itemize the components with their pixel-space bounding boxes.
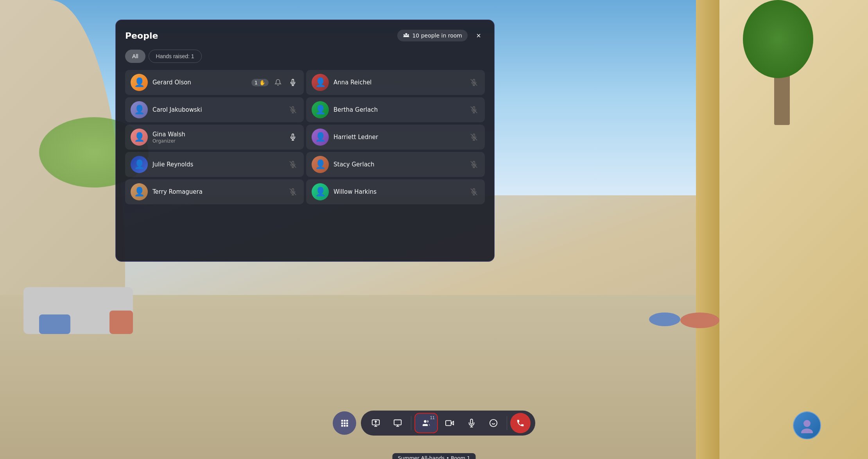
person-info-carol: Carol Jakubowski (152, 106, 283, 113)
person-row[interactable]: 👤 Harriett Ledner (306, 125, 485, 150)
hand-count: 1 (255, 80, 258, 86)
avatar-face-bertha: 👤 (315, 105, 326, 114)
person-name-willow: Willow Harkins (334, 188, 464, 195)
person-row[interactable]: 👤 Julie Reynolds (125, 152, 304, 177)
share-button[interactable] (366, 413, 386, 433)
hand-badge-gerard: 1 ✋ (251, 79, 269, 86)
svg-rect-31 (341, 422, 343, 424)
svg-point-47 (801, 429, 813, 433)
avatar-gerard: 👤 (131, 74, 148, 91)
svg-rect-32 (344, 422, 346, 424)
person-name-gina: Gina Walsh (152, 131, 283, 138)
mic-icon-gerard (287, 77, 298, 88)
mic-icon-harriett (468, 132, 479, 143)
cushion1 (109, 311, 133, 334)
camera-button[interactable] (439, 413, 460, 433)
person-icons-anna (468, 77, 479, 88)
apps-button[interactable] (333, 411, 356, 435)
svg-point-46 (803, 420, 811, 427)
svg-rect-34 (341, 425, 343, 427)
hand-emoji: ✋ (259, 80, 265, 86)
person-info-gerard: Gerard Olson (152, 79, 247, 86)
tab-hands-raised[interactable]: Hands raised: 1 (149, 50, 202, 63)
right-pillar (696, 0, 719, 459)
panel-header-right: 10 people in room × (397, 29, 485, 42)
avatar-face-julie: 👤 (134, 160, 145, 169)
person-row[interactable]: 👤 Willow Harkins (306, 179, 485, 204)
avatar-face-willow: 👤 (315, 188, 326, 196)
close-button[interactable]: × (472, 29, 485, 42)
avatar-harriett: 👤 (312, 129, 329, 146)
person-icons-stacy (468, 159, 479, 170)
tree-top (743, 0, 813, 78)
person-name-bertha: Bertha Gerlach (334, 106, 464, 113)
avatar-face-stacy: 👤 (315, 160, 326, 169)
avatar-julie: 👤 (131, 156, 148, 173)
toolbar: 11 Summer All-hands • Room 1 (333, 411, 535, 436)
avatar-face-anna: 👤 (315, 78, 326, 87)
person-info-anna: Anna Reichel (334, 79, 464, 86)
mic-button[interactable] (461, 413, 482, 433)
person-role-gina: Organizer (152, 138, 283, 144)
mic-icon-gina (287, 132, 298, 143)
avatar-carol: 👤 (131, 101, 148, 118)
panel-title: People (125, 31, 158, 41)
person-row[interactable]: 👤 Anna Reichel (306, 70, 485, 95)
person-name-stacy: Stacy Gerlach (334, 161, 464, 168)
mic-icon-terry (287, 186, 298, 197)
avatar-willow: 👤 (312, 183, 329, 200)
end-call-button[interactable] (510, 413, 531, 433)
svg-rect-30 (346, 420, 348, 422)
svg-rect-35 (344, 425, 346, 427)
notify-icon-gerard (273, 77, 283, 88)
person-name-terry: Terry Romaguera (152, 188, 283, 195)
person-row[interactable]: 👤 Gina Walsh Organizer (125, 125, 304, 150)
person-info-willow: Willow Harkins (334, 188, 464, 195)
svg-rect-29 (344, 420, 346, 422)
people-icon (403, 32, 410, 39)
people-grid: 👤 Gerard Olson 1 ✋ 👤 (125, 70, 485, 204)
person-name-anna: Anna Reichel (334, 79, 464, 86)
tab-all[interactable]: All (125, 50, 145, 63)
filter-tabs: All Hands raised: 1 (125, 50, 485, 63)
svg-rect-38 (394, 420, 401, 425)
people-count-toolbar: 11 (430, 415, 435, 420)
svg-rect-33 (346, 422, 348, 424)
avatar-face-harriett: 👤 (315, 133, 326, 141)
svg-rect-28 (341, 420, 343, 422)
mic-icon-julie (287, 159, 298, 170)
person-info-bertha: Bertha Gerlach (334, 106, 464, 113)
person-icons-harriett (468, 132, 479, 143)
person-name-julie: Julie Reynolds (152, 161, 283, 168)
self-avatar[interactable] (793, 411, 821, 439)
person-info-julie: Julie Reynolds (152, 161, 283, 168)
avatar-stacy: 👤 (312, 156, 329, 173)
emoji-button[interactable] (483, 413, 504, 433)
person-row[interactable]: 👤 Bertha Gerlach (306, 97, 485, 122)
panel-header: People 10 people in room × (125, 29, 485, 42)
person-info-harriett: Harriett Ledner (334, 134, 464, 141)
person-row[interactable]: 👤 Stacy Gerlach (306, 152, 485, 177)
avatar-face-gina: 👤 (134, 133, 145, 141)
avatar-anna: 👤 (312, 74, 329, 91)
person-icons-bertha (468, 104, 479, 115)
person-icons-gina (287, 132, 298, 143)
person-info-stacy: Stacy Gerlach (334, 161, 464, 168)
mic-icon-stacy (468, 159, 479, 170)
people-count-text: 10 people in room (412, 32, 462, 39)
cushion2 (39, 314, 70, 334)
svg-rect-40 (446, 421, 451, 426)
toolbar-divider (411, 416, 411, 430)
people-button[interactable]: 11 (414, 413, 438, 433)
svg-rect-36 (346, 425, 348, 427)
person-row[interactable]: 👤 Terry Romaguera (125, 179, 304, 204)
cushion-r2 (680, 313, 719, 328)
person-row[interactable]: 👤 Gerard Olson 1 ✋ (125, 70, 304, 95)
person-row[interactable]: 👤 Carol Jakubowski (125, 97, 304, 122)
person-icons-gerard: 1 ✋ (251, 77, 298, 88)
person-name-carol: Carol Jakubowski (152, 106, 283, 113)
cushion-r1 (649, 313, 680, 326)
media-button[interactable] (387, 413, 408, 433)
people-count-badge: 10 people in room (397, 30, 468, 41)
mic-icon-carol (287, 104, 298, 115)
